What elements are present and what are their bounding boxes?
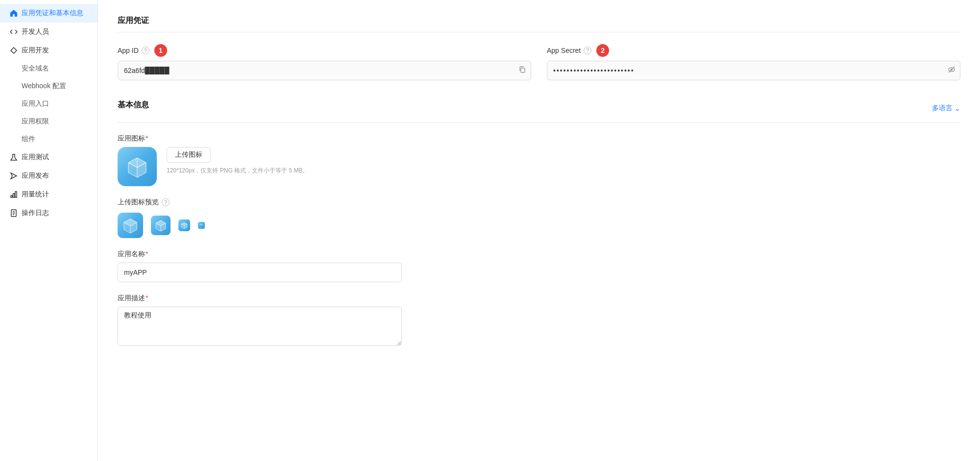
app-name-input[interactable] (118, 263, 402, 282)
log-icon (10, 209, 18, 217)
sidebar-item-safe-domain[interactable]: 安全域名 (0, 60, 98, 77)
upload-icon-button[interactable]: 上传图标 (167, 147, 211, 163)
preview-label: 上传图标预览 ? (118, 198, 960, 207)
sidebar-item-label: 应用发布 (22, 171, 49, 180)
upload-hint: 120*120px，仅支持 PNG 格式，文件小于等于 5 MB。 (167, 167, 308, 175)
sidebar-sub-label: 应用入口 (22, 99, 49, 108)
required-star-name: * (146, 250, 148, 258)
app-id-help-icon[interactable]: ? (142, 47, 149, 54)
preview-cube-md (155, 219, 167, 231)
preview-icons-row (118, 213, 960, 238)
sidebar-sub-label: 组件 (22, 135, 35, 144)
basic-info-section: 基本信息 多语言 ⌄ 应用图标* (118, 100, 960, 348)
app-secret-label: App Secret ? 2 (547, 44, 960, 57)
main-content: 应用凭证 App ID ? 1 (98, 0, 980, 461)
app-icon-preview (118, 147, 157, 186)
chart-icon (10, 191, 18, 198)
svg-rect-9 (521, 68, 525, 73)
required-star-desc: * (146, 294, 148, 302)
basic-info-divider (118, 122, 960, 122)
preview-help-icon[interactable]: ? (162, 198, 170, 206)
app-secret-input[interactable] (547, 61, 960, 80)
sidebar-sub-label: 安全域名 (22, 64, 49, 73)
sidebar-item-op-log[interactable]: 操作日志 (0, 204, 98, 222)
app-secret-badge: 2 (596, 44, 609, 57)
sidebar-item-label: 应用测试 (22, 153, 49, 162)
app-icon-label: 应用图标* (118, 134, 960, 143)
sidebar-item-app-dev[interactable]: 应用开发 (0, 41, 98, 60)
app-id-label: App ID ? 1 (118, 44, 531, 57)
upload-controls: 上传图标 120*120px，仅支持 PNG 格式，文件小于等于 5 MB。 (167, 147, 308, 175)
preview-cube-lg (122, 218, 138, 233)
app-secret-input-wrap (547, 61, 960, 80)
sidebar-item-label: 开发人员 (22, 27, 49, 36)
app-name-field: 应用名称* (118, 250, 960, 282)
app-desc-label: 应用描述* (118, 294, 960, 303)
beaker-icon (10, 153, 18, 161)
svg-rect-3 (13, 194, 15, 197)
svg-rect-4 (15, 192, 17, 197)
code-icon (10, 28, 18, 36)
cube-svg (125, 155, 149, 178)
sidebar-item-components[interactable]: 组件 (0, 130, 98, 148)
sidebar-item-app-entry[interactable]: 应用入口 (0, 95, 98, 113)
sidebar-item-developers[interactable]: 开发人员 (0, 23, 98, 41)
app-id-input[interactable] (118, 61, 531, 80)
app-desc-input[interactable]: 教程使用 (118, 307, 402, 346)
home-icon (10, 9, 18, 17)
app-name-label: 应用名称* (118, 250, 960, 259)
svg-marker-32 (200, 224, 203, 226)
credentials-grid: App ID ? 1 App Secret (118, 44, 960, 80)
diamond-icon (10, 47, 18, 54)
sidebar-item-webhook[interactable]: Webhook 配置 (0, 77, 98, 95)
sidebar-item-usage-stats[interactable]: 用量统计 (0, 185, 98, 204)
sidebar-item-label: 应用开发 (22, 46, 49, 55)
preview-cube-sm (181, 222, 188, 229)
sidebar: 应用凭证和基本信息 开发人员 应用开发 安全域名 Webhook 配置 应用入口… (0, 0, 98, 461)
preview-cube-xs (199, 223, 203, 227)
credentials-title: 应用凭证 (118, 16, 960, 26)
app-id-field: App ID ? 1 (118, 44, 531, 80)
basic-info-header: 基本信息 多语言 ⌄ (118, 100, 960, 116)
chevron-down-icon: ⌄ (955, 104, 960, 112)
preview-icon-medium (151, 216, 171, 235)
preview-icon-small (178, 219, 190, 231)
sidebar-item-app-test[interactable]: 应用测试 (0, 148, 98, 167)
app-secret-field: App Secret ? 2 (547, 44, 960, 80)
sidebar-item-app-credentials[interactable]: 应用凭证和基本信息 (0, 4, 98, 23)
svg-marker-1 (11, 173, 17, 179)
sidebar-item-app-permission[interactable]: 应用权限 (0, 113, 98, 130)
svg-rect-2 (11, 195, 12, 197)
preview-icon-large (118, 213, 143, 238)
sidebar-item-label: 用量统计 (22, 190, 49, 199)
icon-preview-section: 上传图标预览 ? (118, 198, 960, 238)
app-desc-field: 应用描述* 教程使用 (118, 294, 960, 348)
required-star: * (146, 134, 148, 142)
preview-icon-tiny (198, 222, 205, 229)
copy-icon[interactable] (518, 66, 526, 75)
app-secret-help-icon[interactable]: ? (584, 47, 591, 54)
app-icon-field: 应用图标* 上传图标 120*120px，仅支持 P (118, 134, 960, 186)
icon-upload-wrap: 上传图标 120*120px，仅支持 PNG 格式，文件小于等于 5 MB。 (118, 147, 960, 186)
credentials-divider (118, 32, 960, 32)
credentials-section: 应用凭证 App ID ? 1 (118, 16, 960, 80)
sidebar-sub-label: Webhook 配置 (22, 82, 66, 91)
app-id-badge: 1 (154, 44, 167, 57)
multi-lang-button[interactable]: 多语言 ⌄ (932, 104, 960, 113)
eye-icon[interactable] (948, 66, 956, 75)
app-id-input-wrap (118, 61, 531, 80)
basic-info-title: 基本信息 (118, 100, 149, 110)
send-icon (10, 172, 18, 180)
sidebar-sub-label: 应用权限 (22, 117, 49, 126)
sidebar-item-label: 操作日志 (22, 209, 49, 218)
sidebar-item-app-publish[interactable]: 应用发布 (0, 167, 98, 185)
sidebar-item-label: 应用凭证和基本信息 (22, 9, 83, 18)
